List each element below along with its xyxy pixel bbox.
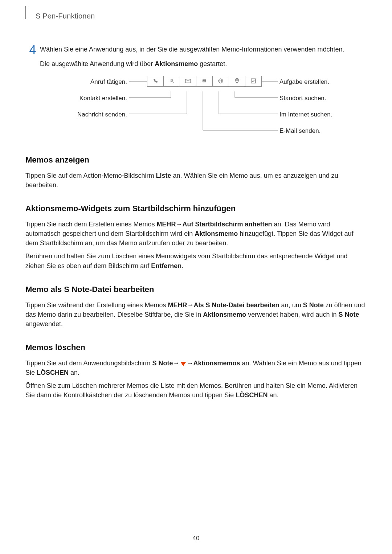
text-bold: S Note [338, 311, 359, 318]
arrow: → [187, 358, 193, 368]
step-para-2: Die ausgewählte Anwendung wird über Akti… [40, 59, 367, 69]
text-bold: Aktionsmemo [195, 230, 238, 237]
header-decoration [25, 6, 28, 19]
label-message: Nachricht senden. [77, 110, 127, 119]
label-internet: Im Internet suchen. [279, 110, 332, 119]
label-email: E-Mail senden. [279, 127, 320, 136]
label-task: Aufgabe erstellen. [279, 78, 329, 87]
text-bold: LÖSCHEN [37, 369, 69, 376]
memos-show-p1: Tippen Sie auf dem Action-Memo-Bildschir… [25, 171, 367, 190]
text: . [181, 262, 183, 270]
heading-snote: Memo als S Note-Datei bearbeiten [25, 284, 367, 295]
text-bold: LÖSCHEN [236, 391, 268, 399]
heading-memos-show: Memos anzeigen [25, 154, 367, 166]
label-contact: Kontakt erstellen. [79, 94, 127, 103]
widgets-p1: Tippen Sie nach dem Erstellen eines Memo… [25, 219, 367, 248]
text-bold: Auf Startbildschirm anheften [183, 221, 272, 228]
heading-widgets: Aktionsmemo-Widgets zum Startbildschirm … [25, 203, 367, 214]
snote-p1: Tippen Sie während der Erstellung eines … [25, 300, 367, 329]
arrow: → [187, 300, 194, 310]
action-memo-diagram: @ Anruf tätigen. Kontakt erstellen. [53, 76, 354, 138]
delete-p2: Öffnen Sie zum Löschen mehrerer Memos di… [25, 381, 367, 400]
page-header: S Pen-Funktionen [25, 11, 367, 21]
text: Tippen Sie auf dem Anwendungsbildschirm [25, 360, 152, 367]
text-bold: Entfernen [151, 262, 181, 270]
breadcrumb: S Pen-Funktionen [36, 11, 95, 21]
callout-labels: Anruf tätigen. Kontakt erstellen. Nachri… [53, 76, 354, 138]
text-bold: Aktionsmemos [193, 360, 240, 367]
text-bold: Aktionsmemo [203, 311, 246, 318]
step-number: 4 [25, 43, 40, 141]
step-4: 4 Wählen Sie eine Anwendung aus, in der … [25, 43, 367, 141]
heading-delete: Memos löschen [25, 342, 367, 353]
text: Tippen Sie auf dem Action-Memo-Bildschir… [25, 172, 156, 179]
label-call: Anruf tätigen. [90, 78, 127, 87]
text: an, um [279, 301, 303, 309]
page-number: 40 [0, 534, 392, 543]
text: an. [69, 369, 79, 376]
text-bold: Aktionsmemo [155, 60, 198, 67]
text: Tippen Sie nach dem Erstellen eines Memo… [25, 221, 157, 228]
text: an. [268, 391, 278, 399]
text: verwendet haben, wird auch in [246, 311, 338, 318]
text-bold: MEHR [157, 221, 176, 228]
text: Wählen Sie eine Anwendung aus, in der Si… [40, 46, 344, 53]
dropdown-icon [180, 362, 186, 366]
text-bold: MEHR [168, 301, 187, 309]
step-body: Wählen Sie eine Anwendung aus, in der Si… [40, 43, 367, 141]
widgets-p2: Berühren und halten Sie zum Löschen eine… [25, 251, 367, 270]
arrow: → [173, 358, 180, 368]
svg-marker-11 [180, 362, 186, 366]
text-bold: Als S Note-Datei bearbeiten [194, 301, 279, 309]
delete-p1: Tippen Sie auf dem Anwendungsbildschirm … [25, 358, 367, 377]
text: Tippen Sie während der Erstellung eines … [25, 301, 168, 309]
text-bold: Liste [156, 172, 171, 179]
text: Berühren und halten Sie zum Löschen eine… [25, 253, 347, 269]
text: angewendet. [25, 320, 63, 328]
text-bold: S Note [303, 301, 324, 309]
text: Die ausgewählte Anwendung wird über [40, 60, 155, 67]
text: gestartet. [198, 60, 227, 67]
arrow: → [176, 219, 183, 229]
text: Öffnen Sie zum Löschen mehrerer Memos di… [25, 382, 358, 399]
text-bold: S Note [152, 360, 173, 367]
manual-page: S Pen-Funktionen 4 Wählen Sie eine Anwen… [0, 0, 392, 554]
step-para-1: Wählen Sie eine Anwendung aus, in der Si… [40, 45, 367, 54]
label-location: Standort suchen. [279, 94, 326, 103]
